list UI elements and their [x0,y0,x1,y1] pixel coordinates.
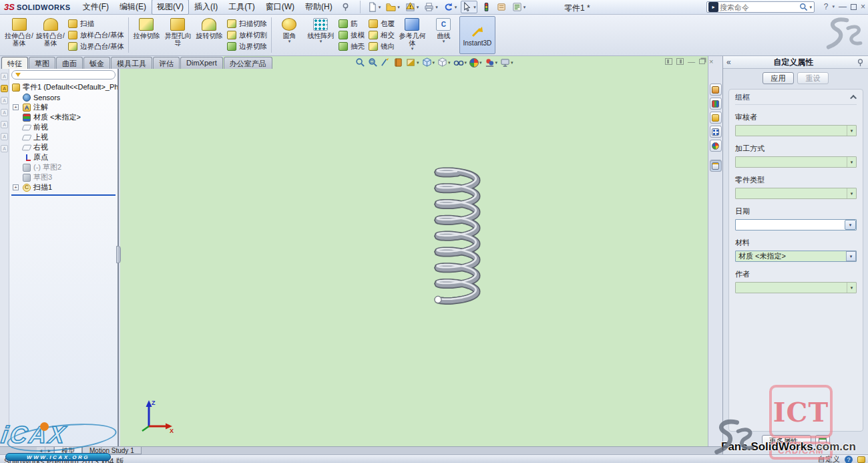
edit-appearance-button[interactable]: ▾ [469,58,482,67]
help-button[interactable]: ? [824,1,829,12]
tree-filter-box[interactable] [11,70,116,80]
tree-item-annotations[interactable]: + A 注解 [9,102,118,112]
doc-restore-button[interactable] [699,59,705,64]
caret-down-icon[interactable]: ▾ [847,126,856,136]
command-search-box[interactable]: ▸ ▾ [706,1,815,13]
zoom-to-fit-button[interactable] [355,57,365,67]
options-button[interactable]: ▾ [511,1,527,13]
instant3d-toggle[interactable]: Instant3D [459,16,495,54]
search-input[interactable] [720,3,798,11]
menu-pin-icon[interactable] [339,1,352,13]
caret-down-icon[interactable]: ▾ [433,60,435,65]
tab-surfaces[interactable]: 曲面 [56,57,83,69]
caret-down-icon[interactable]: ▾ [847,283,856,293]
author-combobox[interactable]: ▾ [735,282,857,293]
save-button[interactable]: ▾ [404,1,421,13]
shell-button[interactable]: 抽壳 [339,41,365,52]
boundary-cut-button[interactable]: 边界切除 [227,41,267,52]
hide-show-items-button[interactable]: ▾ [453,57,467,67]
caret-down-icon[interactable]: ▾ [847,188,856,198]
custom-properties-tab[interactable] [710,160,722,172]
caret-down-icon[interactable]: ▾ [411,47,414,51]
solidworks-resources-tab[interactable] [710,84,722,96]
tab-mold-tools[interactable]: 模具工具 [111,57,152,69]
doc-close-button[interactable]: × [709,58,713,65]
panel-splitter-grip[interactable] [116,246,121,263]
tree-item-front-plane[interactable]: 前视 [9,122,118,132]
menu-help[interactable]: 帮助(H) [300,0,338,15]
reviewer-combobox[interactable]: ▾ [735,125,857,136]
sweep-button[interactable]: 扫描 [68,18,124,29]
design-library-tab[interactable] [710,98,722,110]
tree-item-sketch2[interactable]: (-) 草图2 [9,162,118,172]
date-combobox[interactable]: ▾ [735,219,857,230]
motion-study-tab[interactable]: Motion Study 1 [82,447,142,454]
curves-button[interactable]: C 曲线 ▾ [428,16,459,54]
tree-item-sweep1[interactable]: + C 扫描1 [9,182,118,192]
mirror-button[interactable]: 镜向 [369,41,395,52]
swept-cut-button[interactable]: 扫描切除 [227,18,267,29]
tab-office-products[interactable]: 办公室产品 [224,57,272,69]
select-cursor-button[interactable]: ▾ [461,1,477,13]
display-style-button[interactable]: ▾ [437,57,451,67]
tab-dimxpert[interactable]: DimXpert [180,57,223,69]
appearances-scenes-tab[interactable] [710,140,722,152]
tab-scroll-right-button[interactable]: ▸ [45,447,54,454]
tree-item-top-plane[interactable]: 上视 [9,132,118,142]
material-dropdown-button[interactable]: ▾ [846,251,856,261]
annotation-tool-icon[interactable]: A [1,133,8,140]
view-orientation-button[interactable]: ▾ [422,57,435,67]
revolved-boss-button[interactable]: 旋转凸台/基体 [35,16,66,54]
menu-view[interactable]: 视图(V) [152,0,189,15]
caret-down-icon[interactable]: ▾ [288,39,291,43]
endpoint-vertex[interactable] [435,296,441,303]
rollback-bar[interactable] [11,194,116,196]
draft-button[interactable]: 拔模 [339,29,365,41]
search-icon[interactable] [799,3,808,11]
boundary-boss-button[interactable]: 边界凸台/基体 [68,41,124,52]
apply-scene-button[interactable]: ▾ [485,57,498,67]
open-document-button[interactable]: ▾ [385,1,401,13]
caret-down-icon[interactable]: ▾ [397,5,400,10]
fillet-button[interactable]: 圆角 ▾ [274,16,305,54]
caret-down-icon[interactable]: ▾ [511,60,513,65]
restore-button[interactable] [851,4,857,10]
menu-file[interactable]: 文件(F) [77,0,114,15]
rib-button[interactable]: 筋 [339,18,365,29]
graphics-viewport[interactable]: Z X [120,69,708,446]
tree-item-sensors[interactable]: Sensors [9,92,118,102]
annotation-tool-icon[interactable]: A [1,145,8,152]
tab-scroll-left-button[interactable]: ◂ [37,447,45,454]
revolved-cut-button[interactable]: 旋转切除 [194,16,225,54]
expand-icon[interactable]: + [13,104,19,110]
caret-down-icon[interactable]: ▾ [320,39,322,43]
pin-icon[interactable] [856,58,865,67]
status-help-icon[interactable]: ? [845,456,853,463]
reset-button[interactable]: 重设 [797,72,829,84]
annotation-tool-icon[interactable]: A [1,121,8,128]
tree-root-part[interactable]: 零件1 (Default<<Default>_Pho [9,82,118,92]
tree-item-origin[interactable]: 原点 [9,152,118,162]
part-type-combobox[interactable]: ▾ [735,188,857,199]
view-palette-tab[interactable] [710,126,722,138]
menu-tools[interactable]: 工具(T) [223,0,260,15]
minimize-button[interactable]: — [839,1,847,12]
close-button[interactable]: × [861,1,865,12]
loft-boss-button[interactable]: 放样凸台/基体 [68,29,124,41]
customize-link[interactable]: 自定义 [818,454,840,463]
reference-geometry-button[interactable]: 参考几何体 ▾ [397,16,428,54]
group-header[interactable]: 组框 [735,92,857,105]
caret-down-icon[interactable]: ▾ [847,157,856,167]
property-editor-button[interactable] [815,435,830,448]
tab-sheet-metal[interactable]: 钣金 [83,57,110,69]
caret-down-icon[interactable]: ▾ [448,60,451,65]
hole-wizard-button[interactable]: 异型孔向导 [162,16,194,54]
material-combobox[interactable]: 材质 <未指定> ▾ [735,251,857,262]
menu-insert[interactable]: 插入(I) [189,0,223,15]
file-explorer-tab[interactable] [710,112,722,124]
tab-evaluate[interactable]: 评估 [153,57,180,69]
annotation-tool-icon[interactable]: A [1,97,8,104]
doc-minimize-button[interactable]: — [688,58,695,65]
caret-down-icon[interactable]: ▾ [495,60,498,65]
model-tab[interactable]: 模型 [54,447,82,454]
